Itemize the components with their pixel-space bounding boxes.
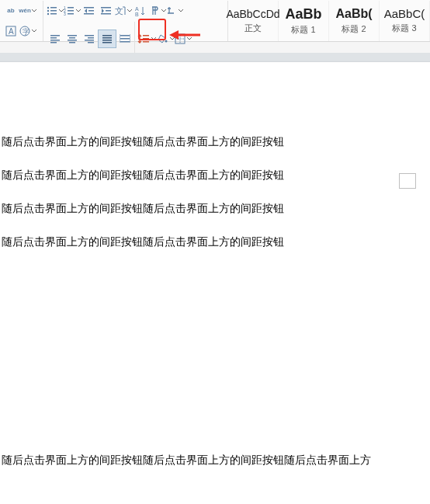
font-group: ab wén A 字 <box>0 1 43 41</box>
svg-rect-5 <box>50 7 57 9</box>
align-right-icon <box>84 33 95 44</box>
sort-icon: AB <box>135 5 146 16</box>
decrease-indent-icon <box>84 5 95 16</box>
text-line: 随后点击界面上方的间距按钮随后点击界面上方的间距按钮 <box>2 200 430 217</box>
svg-text:A: A <box>135 6 139 12</box>
text-line: 随后点击界面上方的间距按钮随后点击界面上方的间距按钮随后点击界面上方 <box>2 452 430 468</box>
svg-rect-34 <box>88 37 94 39</box>
svg-rect-38 <box>102 37 112 39</box>
numbering-icon: 123 <box>64 5 75 16</box>
style-preview: AaBb <box>285 7 321 21</box>
line-spacing-button[interactable] <box>136 30 158 47</box>
strikethrough-icon: ab <box>7 8 14 14</box>
phonetic-icon: wén <box>19 8 31 14</box>
svg-rect-7 <box>50 10 57 12</box>
justify-button[interactable] <box>98 30 116 48</box>
dropdown-icon <box>32 9 37 12</box>
justify-icon <box>102 33 113 44</box>
borders-button[interactable] <box>175 30 192 47</box>
svg-rect-20 <box>106 10 111 12</box>
tab-button[interactable] <box>166 2 183 19</box>
strikethrough-button[interactable]: ab <box>3 2 19 19</box>
styles-gallery: AaBbCcDd 正文 AaBb 标题 1 AaBb( 标题 2 AaBbC( … <box>228 1 430 41</box>
svg-rect-29 <box>68 35 77 36</box>
style-preview: AaBbCcDd <box>226 9 279 19</box>
show-marks-button[interactable] <box>149 2 166 19</box>
svg-rect-40 <box>102 42 112 43</box>
svg-rect-21 <box>101 13 111 15</box>
phonetic-guide-button[interactable]: wén <box>19 2 37 19</box>
svg-rect-9 <box>50 13 57 15</box>
dropdown-icon <box>161 9 166 12</box>
text-direction-icon: 文 <box>115 5 126 16</box>
text-line: 随后点击界面上方的间距按钮随后点击界面上方的间距按钮 <box>2 234 430 250</box>
svg-rect-30 <box>69 37 75 39</box>
tab-icon <box>166 5 177 16</box>
svg-text:A: A <box>9 27 14 36</box>
increase-indent-icon <box>101 5 112 16</box>
style-preview: AaBb( <box>335 8 372 20</box>
svg-rect-44 <box>143 35 149 36</box>
dropdown-icon <box>186 37 192 40</box>
svg-text:3: 3 <box>64 12 66 16</box>
svg-rect-31 <box>68 40 77 41</box>
svg-rect-11 <box>68 7 74 9</box>
line-spacing-icon <box>137 33 150 44</box>
separator <box>134 22 135 56</box>
shading-button[interactable] <box>158 30 175 47</box>
paragraph-group: 123 文 AB <box>43 1 228 41</box>
circle-char-button[interactable]: 字 <box>19 23 37 40</box>
dropdown-icon <box>127 9 132 12</box>
increase-indent-button[interactable] <box>98 2 115 19</box>
distribute-button[interactable] <box>116 30 134 47</box>
svg-rect-37 <box>102 35 112 36</box>
page[interactable]: 随后点击界面上方的间距按钮随后点击界面上方的间距按钮 随后点击界面上方的间距按钮… <box>0 62 430 504</box>
svg-rect-35 <box>85 40 94 41</box>
svg-point-4 <box>47 7 49 9</box>
svg-rect-18 <box>84 13 94 15</box>
align-left-icon <box>50 33 61 44</box>
style-label: 标题 3 <box>392 23 416 34</box>
svg-rect-36 <box>88 42 94 43</box>
svg-rect-16 <box>84 7 94 9</box>
style-label: 标题 2 <box>342 23 366 35</box>
shading-icon <box>158 33 168 44</box>
char-border-icon: A <box>5 26 16 36</box>
svg-rect-43 <box>120 41 130 43</box>
svg-point-47 <box>165 40 168 43</box>
svg-point-8 <box>47 13 49 15</box>
text-direction-button[interactable]: 文 <box>115 2 132 19</box>
dropdown-icon <box>169 37 175 40</box>
sort-button[interactable]: AB <box>132 2 149 19</box>
svg-point-6 <box>47 10 49 12</box>
svg-rect-39 <box>102 40 112 41</box>
style-preview: AaBbC( <box>384 8 425 19</box>
svg-rect-33 <box>85 35 94 36</box>
align-left-button[interactable] <box>47 30 64 47</box>
text-line: 随后点击界面上方的间距按钮随后点击界面上方的间距按钮 <box>2 134 430 150</box>
ribbon: ab wén A 字 123 <box>0 0 430 42</box>
svg-rect-15 <box>68 13 74 15</box>
style-heading2[interactable]: AaBb( 标题 2 <box>329 1 380 41</box>
char-border-button[interactable]: A <box>3 23 19 40</box>
svg-rect-28 <box>50 42 57 43</box>
bullets-button[interactable] <box>47 2 64 19</box>
style-normal[interactable]: AaBbCcDd 正文 <box>228 1 279 41</box>
svg-rect-26 <box>50 37 57 39</box>
svg-rect-41 <box>120 35 130 36</box>
text-cursor-mark <box>399 173 416 189</box>
style-heading1[interactable]: AaBb 标题 1 <box>279 1 329 41</box>
style-label: 标题 1 <box>291 24 315 36</box>
svg-text:文: 文 <box>115 6 123 16</box>
show-marks-icon <box>149 5 160 16</box>
dropdown-icon <box>58 9 64 12</box>
dropdown-icon <box>178 9 183 12</box>
svg-rect-13 <box>68 10 74 12</box>
numbering-button[interactable]: 123 <box>64 2 81 19</box>
align-center-button[interactable] <box>64 30 81 47</box>
svg-rect-27 <box>50 40 60 41</box>
style-heading3[interactable]: AaBbC( 标题 3 <box>380 1 430 41</box>
style-label: 正文 <box>244 23 262 34</box>
align-right-button[interactable] <box>81 30 98 47</box>
decrease-indent-button[interactable] <box>81 2 98 19</box>
